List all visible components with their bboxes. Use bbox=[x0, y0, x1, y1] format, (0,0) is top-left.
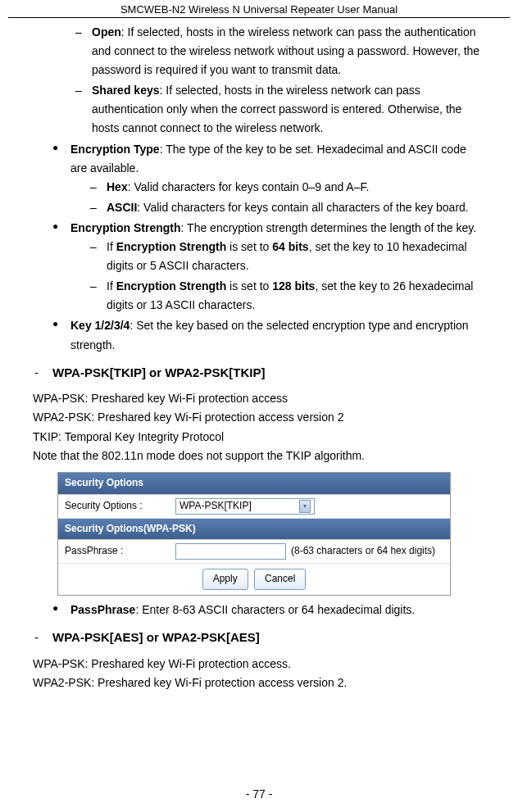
text: : Enter 8-63 ASCII characters or 64 hexa… bbox=[135, 603, 415, 616]
list-item: Shared keys: If selected, hosts in the w… bbox=[75, 81, 485, 138]
list-item: Key 1/2/3/4: Set the key based on the se… bbox=[56, 316, 485, 354]
text: WPA-PSK: Preshared key Wi-Fi protection … bbox=[33, 389, 485, 408]
panel-header: Security Options bbox=[58, 473, 450, 495]
page-header: SMCWEB-N2 Wireless N Universal Repeater … bbox=[8, 0, 510, 18]
text: Note that the 802.11n mode does not supp… bbox=[33, 447, 485, 465]
text: : Set the key based on the selected encr… bbox=[70, 319, 469, 351]
label: PassPhrase : bbox=[65, 543, 175, 560]
list-item: If Encryption Strength is set to 128 bit… bbox=[90, 277, 485, 315]
term-ascii: ASCII bbox=[107, 201, 137, 214]
term-open: Open bbox=[92, 25, 121, 39]
term-encryption-type: Encryption Type bbox=[70, 143, 160, 156]
section-heading-tkip: WPA-PSK[TKIP] or WPA2-PSK[TKIP] bbox=[52, 363, 485, 383]
text: is set to bbox=[226, 279, 272, 293]
term-hex: Hex bbox=[107, 180, 128, 193]
label: Security Options : bbox=[65, 498, 175, 515]
text: If bbox=[107, 240, 116, 253]
text: TKIP: Temporal Key Integrity Protocol bbox=[33, 428, 485, 447]
term-passphrase: PassPhrase bbox=[70, 603, 135, 616]
passphrase-row: PassPhrase : (8-63 characters or 64 hex … bbox=[58, 540, 450, 564]
list-item: Encryption Strength: The encryption stre… bbox=[56, 219, 485, 315]
passphrase-input[interactable] bbox=[175, 543, 286, 560]
term-encryption-strength: Encryption Strength bbox=[70, 221, 181, 234]
term: Encryption Strength bbox=[116, 240, 227, 253]
text: WPA2-PSK: Preshared key Wi-Fi protection… bbox=[33, 674, 485, 692]
page-number: - 77 - bbox=[0, 787, 518, 801]
list-item: PassPhrase: Enter 8-63 ASCII characters … bbox=[56, 601, 485, 619]
security-options-row: Security Options : WPA-PSK[TKIP] ▾ bbox=[58, 495, 450, 519]
panel-header: Security Options(WPA-PSK) bbox=[58, 519, 450, 541]
cancel-button[interactable]: Cancel bbox=[254, 569, 306, 590]
text: is set to bbox=[226, 240, 272, 253]
list-item: Encryption Type: The type of the key to … bbox=[56, 140, 485, 217]
text: WPA-PSK: Preshared key Wi-Fi protection … bbox=[33, 655, 485, 674]
list-item: If Encryption Strength is set to 64 bits… bbox=[90, 238, 485, 275]
security-options-select[interactable]: WPA-PSK[TKIP] ▾ bbox=[175, 498, 315, 515]
select-value: WPA-PSK[TKIP] bbox=[179, 498, 252, 515]
apply-button[interactable]: Apply bbox=[202, 569, 248, 590]
text: : If selected, hosts in the wireless net… bbox=[92, 25, 479, 76]
term: 64 bits bbox=[272, 240, 308, 253]
page-content: Open: If selected, hosts in the wireless… bbox=[8, 18, 510, 692]
term-shared-keys: Shared keys bbox=[92, 84, 160, 97]
term: Encryption Strength bbox=[116, 279, 227, 293]
list-item: ASCII: Valid characters for keys contain… bbox=[90, 198, 485, 217]
text: : Valid characters for keys contain all … bbox=[137, 201, 468, 214]
chevron-down-icon: ▾ bbox=[299, 500, 311, 513]
term-key-1234: Key 1/2/3/4 bbox=[70, 319, 130, 332]
term: 128 bits bbox=[272, 279, 315, 293]
list-item: Hex: Valid characters for keys contain 0… bbox=[90, 178, 485, 197]
button-row: Apply Cancel bbox=[58, 564, 450, 595]
text: WPA2-PSK: Preshared key Wi-Fi protection… bbox=[33, 408, 485, 427]
text: If bbox=[107, 279, 116, 293]
section-heading-aes: WPA-PSK[AES] or WPA2-PSK[AES] bbox=[52, 628, 485, 648]
config-screenshot: Security Options Security Options : WPA-… bbox=[57, 472, 451, 596]
text: : The encryption strength determines the… bbox=[181, 221, 477, 234]
list-item: Open: If selected, hosts in the wireless… bbox=[75, 23, 485, 79]
text: : Valid characters for keys contain 0–9 … bbox=[128, 180, 370, 193]
hint-text: (8-63 characters or 64 hex digits) bbox=[291, 543, 435, 560]
